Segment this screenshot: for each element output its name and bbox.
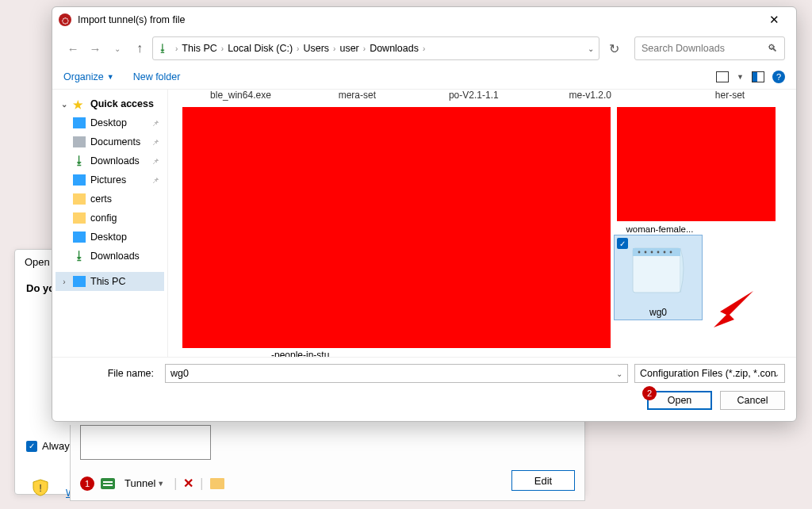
svg-point-10 [664,251,666,254]
file-list-area[interactable]: ble_win64.exe mera-set po-V2.1-1.1 me-v1… [168,90,796,357]
back-button[interactable]: ← [63,42,82,55]
organize-menu[interactable]: Organize ▼ [63,71,114,82]
document-icon [73,136,86,147]
downloads-icon: ⭳ [158,43,168,54]
chevron-down-icon: ⌄ [60,100,68,109]
search-icon: 🔍︎ [768,43,778,54]
sidebar-item-pictures[interactable]: Pictures 📌︎ [56,170,164,189]
svg-marker-12 [714,291,753,327]
svg-point-7 [645,251,647,254]
refresh-button[interactable]: ↻ [603,41,625,56]
help-button[interactable]: ? [772,71,785,83]
crumb-c[interactable]: Local Disk (C:) [228,43,293,54]
sidebar-item-documents[interactable]: Documents 📌︎ [56,132,164,151]
filetype-combo[interactable]: Configuration Files (*.zip, *.con ⌄ [634,364,785,383]
delete-tunnel-button[interactable]: ✕ [183,476,193,491]
pin-icon: 📌︎ [151,157,159,166]
bg-always-checkbox-row[interactable]: ✓ Alway [26,440,70,452]
chevron-down-icon[interactable]: ▼ [737,73,744,81]
file-label-wg0[interactable]: wg0 [614,307,703,318]
filename-label: File name: [63,368,159,379]
desktop-icon [73,232,86,243]
crumb-users[interactable]: Users [303,43,329,54]
annotation-badge-1: 1 [80,476,94,491]
star-icon: ★ [73,98,86,109]
sidebar-item-desktop2[interactable]: Desktop [56,228,164,247]
svg-point-9 [657,251,660,254]
svg-point-11 [670,251,672,254]
chevron-down-icon[interactable]: ⌄ [588,44,594,53]
svg-point-6 [638,251,641,254]
sidebar-quick-access[interactable]: ⌄ ★ Quick access [56,94,164,113]
pc-icon [73,276,86,287]
chevron-right-icon: › [60,277,68,286]
chevron-down-icon: ▼ [107,73,114,81]
pin-icon: 📌︎ [151,138,159,147]
svg-rect-2 [103,481,113,483]
redacted-block [182,107,611,348]
chevron-down-icon: ▼ [157,480,164,488]
check-icon: ✓ [26,441,37,452]
nav-row: ← → ⌄ ↑ ⭳ › This PC› Local Disk (C:)› Us… [52,33,796,64]
file-row-labels: ble_win64.exe mera-set po-V2.1-1.1 me-v1… [182,90,788,101]
open-button[interactable]: Open [647,391,712,410]
dialog-title: Import tunnel(s) from file [78,14,185,25]
sidebar-item-downloads2[interactable]: ⭳ Downloads [56,247,164,266]
new-folder-button[interactable]: New folder [133,71,181,82]
up-button[interactable]: ↑ [130,41,149,55]
crumb-user[interactable]: user [339,43,358,54]
edit-button[interactable]: Edit [511,470,575,491]
folder-icon[interactable] [210,478,224,489]
svg-rect-1 [101,478,115,489]
wireguard-app-icon: ◌ [59,13,71,26]
sidebar-item-desktop[interactable]: Desktop 📌︎ [56,113,164,132]
breadcrumb[interactable]: ⭳ › This PC› Local Disk (C:)› Users› use… [152,36,599,60]
search-input[interactable]: Search Downloads 🔍︎ [634,36,785,60]
desktop-icon [73,117,86,128]
file-label-people[interactable]: -people-in-stu... [271,350,337,357]
svg-point-8 [651,251,653,254]
chevron-down-icon[interactable]: ⌄ [773,369,779,378]
annotation-badge-2: 2 [642,386,657,400]
view-mode-button[interactable] [716,71,729,82]
annotation-arrow-icon [706,291,753,331]
sidebar-item-certs[interactable]: certs [56,189,164,209]
svg-text:!: ! [39,482,42,494]
sidebar: ⌄ ★ Quick access Desktop 📌︎ Documents 📌︎… [52,90,168,357]
recent-dropdown-icon[interactable]: ⌄ [108,44,127,53]
svg-rect-3 [103,484,113,486]
dialog-footer: File name: wg0 ⌄ Configuration Files (*.… [52,357,796,421]
tunnel-manager-bar: 1 Tunnel ▼ | ✕ | Edit [70,425,585,501]
crumb-downloads[interactable]: Downloads [370,43,419,54]
chevron-down-icon[interactable]: ⌄ [616,369,622,378]
folder-icon [73,193,86,205]
titlebar: ◌ Import tunnel(s) from file ✕ [52,7,796,33]
sidebar-item-downloads[interactable]: ⭳ Downloads 📌︎ [56,151,164,170]
pin-icon: 📌︎ [151,119,159,128]
close-button[interactable]: ✕ [758,13,790,27]
download-icon: ⭳ [73,251,86,262]
notepad-file-icon [625,243,691,300]
log-box [80,425,211,460]
crumb-this-pc[interactable]: This PC [182,43,216,54]
shield-warning-icon: ! [32,479,49,500]
download-icon: ⭳ [73,155,86,166]
folder-icon [73,212,86,224]
pictures-icon [73,174,86,186]
bg-always-label: Alway [42,440,70,452]
preview-pane-button[interactable] [752,71,764,82]
bg-question: Do yo [26,282,55,294]
sidebar-item-this-pc[interactable]: › This PC [56,272,164,291]
forward-button[interactable]: → [86,42,105,55]
open-file-dialog: ◌ Import tunnel(s) from file ✕ ← → ⌄ ↑ ⭳… [52,6,797,422]
tunnel-icon [101,478,115,489]
pin-icon: 📌︎ [151,176,159,185]
filename-input[interactable]: wg0 ⌄ [165,364,628,383]
redacted-block [617,107,776,221]
cancel-button[interactable]: Cancel [720,391,785,410]
sidebar-item-config[interactable]: config [56,209,164,228]
toolbar: Organize ▼ New folder ▼ ? [52,64,796,90]
file-label-woman[interactable]: woman-female... [620,224,699,234]
add-tunnel-dropdown[interactable]: Tunnel ▼ [121,476,167,490]
